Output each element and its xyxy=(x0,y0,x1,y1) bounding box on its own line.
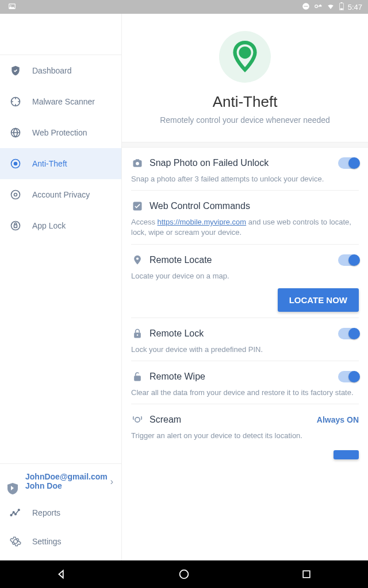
feature-remote-locate: Remote Locate Locate your device on a ma… xyxy=(131,245,359,318)
battery-icon xyxy=(339,2,344,12)
sidebar-item-label: App Lock xyxy=(32,221,66,230)
alarm-icon xyxy=(131,413,144,426)
chevron-right-icon: › xyxy=(110,477,113,487)
hero-location-icon xyxy=(219,31,271,83)
sidebar-item-reports[interactable]: Reports xyxy=(0,498,121,527)
snap-photo-toggle[interactable] xyxy=(338,157,359,169)
svg-rect-15 xyxy=(14,225,17,227)
feature-title: Scream xyxy=(150,415,311,425)
hero-section: Anti-Theft Remotely control your device … xyxy=(122,14,368,142)
account-panel[interactable]: JohnDoe@gmail.com John Doe › xyxy=(0,464,121,498)
sidebar-item-malware-scanner[interactable]: Malware Scanner xyxy=(0,86,121,117)
feature-desc: Snap a photo after 3 failed attempts to … xyxy=(131,174,359,184)
svg-point-30 xyxy=(135,417,140,422)
gear-icon xyxy=(9,535,22,548)
desc-prefix: Access xyxy=(131,218,158,226)
svg-point-11 xyxy=(14,163,17,165)
feature-desc: Locate your device on a map. xyxy=(131,271,359,281)
sidebar-item-anti-theft[interactable]: Anti-Theft xyxy=(0,148,121,179)
sidebar-item-settings[interactable]: Settings xyxy=(0,527,121,556)
sidebar-item-app-lock[interactable]: App Lock xyxy=(0,210,121,241)
feature-title: Remote Lock xyxy=(150,328,332,339)
section-divider xyxy=(122,142,368,148)
main-content[interactable]: Anti-Theft Remotely control your device … xyxy=(122,14,368,560)
feature-desc: Trigger an alert on your device to detec… xyxy=(131,431,359,441)
svg-point-13 xyxy=(14,194,17,196)
sidebar-item-label: Settings xyxy=(32,537,62,546)
locate-icon xyxy=(131,254,144,266)
location-pin-icon xyxy=(9,157,22,170)
eye-icon xyxy=(9,188,22,201)
android-nav-bar xyxy=(0,560,368,588)
feature-remote-lock: Remote Lock Lock your device with a pred… xyxy=(131,318,359,361)
sidebar-item-label: Reports xyxy=(32,508,60,517)
android-status-bar: 5:47 xyxy=(0,0,368,14)
feature-snap-photo: Snap Photo on Failed Unlock Snap a photo… xyxy=(131,148,359,191)
back-button[interactable] xyxy=(55,567,68,581)
lock-icon xyxy=(131,327,144,340)
feature-desc: Access https://mobile.myvipre.com and us… xyxy=(131,217,359,238)
feature-title: Snap Photo on Failed Unlock xyxy=(150,158,332,168)
svg-point-17 xyxy=(13,512,14,513)
feature-title: Remote Wipe xyxy=(150,372,332,382)
page-subtitle: Remotely control your device whenever ne… xyxy=(160,115,330,125)
feature-desc: Clear all the data from your device and … xyxy=(131,388,359,398)
camera-icon xyxy=(131,157,144,169)
chart-icon xyxy=(9,506,22,519)
sidebar-item-label: Anti-Theft xyxy=(32,159,67,168)
key-icon xyxy=(313,2,323,12)
checkbox-icon xyxy=(131,200,144,212)
svg-point-1 xyxy=(10,5,12,6)
svg-point-4 xyxy=(315,5,317,7)
feature-remote-wipe: Remote Wipe Clear all the data from your… xyxy=(131,361,359,404)
locate-now-button[interactable]: LOCATE NOW xyxy=(278,288,359,312)
sidebar-item-label: Dashboard xyxy=(32,66,72,75)
sidebar-header-space xyxy=(0,14,121,55)
remote-wipe-toggle[interactable] xyxy=(338,371,359,382)
app-shield-icon xyxy=(6,481,20,498)
feature-web-control: Web Control Commands Access https://mobi… xyxy=(131,191,359,244)
dnd-icon xyxy=(302,2,310,12)
sidebar: Dashboard Malware Scanner Web Protection… xyxy=(0,14,122,560)
remote-locate-toggle[interactable] xyxy=(338,254,359,266)
page-title: Anti-Theft xyxy=(213,93,278,111)
wifi-icon xyxy=(326,2,335,12)
unlock-icon xyxy=(131,370,144,383)
shield-check-icon xyxy=(9,64,22,77)
scream-status: Always ON xyxy=(317,415,359,424)
svg-rect-3 xyxy=(304,6,308,6)
feature-title: Web Control Commands xyxy=(150,201,359,211)
svg-rect-24 xyxy=(136,159,140,161)
recent-apps-button[interactable] xyxy=(300,567,313,581)
svg-point-26 xyxy=(136,257,139,260)
svg-point-28 xyxy=(137,334,139,336)
partial-button[interactable] xyxy=(334,450,359,459)
web-control-link[interactable]: https://mobile.myvipre.com xyxy=(158,218,247,226)
remote-lock-toggle[interactable] xyxy=(338,328,359,339)
svg-point-19 xyxy=(18,509,20,511)
account-email: JohnDoe@gmail.com xyxy=(25,472,113,481)
svg-point-18 xyxy=(15,513,17,515)
sidebar-item-label: Account Privacy xyxy=(32,190,90,199)
svg-point-21 xyxy=(243,51,247,55)
svg-rect-7 xyxy=(340,8,343,10)
svg-point-16 xyxy=(10,514,12,516)
svg-point-12 xyxy=(12,191,20,199)
account-name: John Doe xyxy=(25,481,113,490)
lock-app-icon xyxy=(9,219,22,232)
feature-desc: Lock your device with a predefined PIN. xyxy=(131,345,359,355)
svg-rect-29 xyxy=(134,376,141,381)
sidebar-item-web-protection[interactable]: Web Protection xyxy=(0,117,121,148)
target-icon xyxy=(9,95,22,108)
sidebar-item-label: Web Protection xyxy=(32,128,87,137)
home-button[interactable] xyxy=(177,567,191,581)
sidebar-item-label: Malware Scanner xyxy=(32,97,95,106)
svg-rect-6 xyxy=(340,2,342,3)
sidebar-item-dashboard[interactable]: Dashboard xyxy=(0,55,121,86)
svg-point-23 xyxy=(136,162,139,165)
feature-title: Remote Locate xyxy=(150,255,332,265)
globe-icon xyxy=(9,126,22,139)
picture-icon xyxy=(6,2,16,12)
status-time: 5:47 xyxy=(348,3,362,11)
sidebar-item-account-privacy[interactable]: Account Privacy xyxy=(0,179,121,210)
